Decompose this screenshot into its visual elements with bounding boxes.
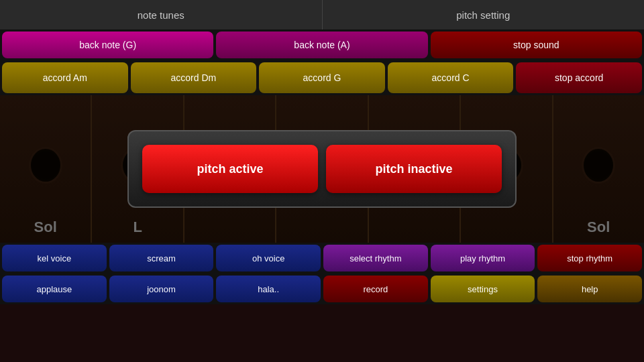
pitch-modal-box: pitch active pitch inactive bbox=[127, 130, 517, 208]
accord-am-button[interactable]: accord Am bbox=[2, 62, 128, 93]
bottom-row-2: applause joonom hala.. record settings h… bbox=[0, 274, 644, 304]
stop-sound-button[interactable]: stop sound bbox=[431, 32, 642, 58]
back-note-row: back note (G) back note (A) stop sound bbox=[0, 29, 644, 60]
oh-voice-button[interactable]: oh voice bbox=[216, 245, 321, 272]
select-rhythm-button[interactable]: select rhythm bbox=[323, 245, 428, 272]
pitch-modal-overlay: pitch active pitch inactive bbox=[0, 95, 644, 243]
play-rhythm-button[interactable]: play rhythm bbox=[431, 245, 535, 272]
fretboard: Sol L Sol pitch active pitch inactive bbox=[0, 95, 644, 243]
settings-button[interactable]: settings bbox=[431, 276, 535, 302]
accord-g-button[interactable]: accord G bbox=[259, 62, 385, 93]
accord-dm-button[interactable]: accord Dm bbox=[131, 62, 257, 93]
joonom-button[interactable]: joonom bbox=[109, 276, 214, 302]
back-note-a-button[interactable]: back note (A) bbox=[216, 32, 427, 58]
pitch-setting-label: pitch setting bbox=[323, 0, 645, 29]
back-note-g-button[interactable]: back note (G) bbox=[2, 32, 213, 58]
record-button[interactable]: record bbox=[323, 276, 428, 302]
top-bar: note tunes pitch setting bbox=[0, 0, 644, 29]
stop-accord-button[interactable]: stop accord bbox=[516, 62, 642, 93]
applause-button[interactable]: applause bbox=[2, 276, 107, 302]
hala-button[interactable]: hala.. bbox=[216, 276, 321, 302]
bottom-row-1: kel voice scream oh voice select rhythm … bbox=[0, 243, 644, 274]
pitch-inactive-button[interactable]: pitch inactive bbox=[326, 145, 502, 193]
note-tunes-label: note tunes bbox=[0, 0, 323, 29]
accord-row: accord Am accord Dm accord G accord C st… bbox=[0, 60, 644, 95]
scream-button[interactable]: scream bbox=[109, 245, 214, 272]
pitch-active-button[interactable]: pitch active bbox=[142, 145, 318, 193]
kel-voice-button[interactable]: kel voice bbox=[2, 245, 107, 272]
stop-rhythm-button[interactable]: stop rhythm bbox=[537, 245, 642, 272]
help-button[interactable]: help bbox=[537, 276, 642, 302]
accord-c-button[interactable]: accord C bbox=[388, 62, 514, 93]
